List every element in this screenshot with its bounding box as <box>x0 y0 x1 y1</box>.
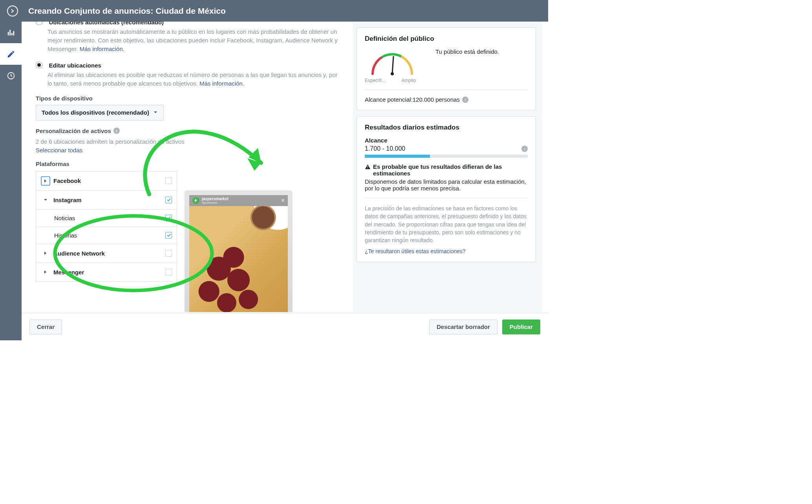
platform-label: Facebook <box>53 177 165 184</box>
platform-sub-label: Noticias <box>54 215 165 221</box>
info-icon[interactable]: i <box>113 128 120 134</box>
checkbox[interactable] <box>165 269 172 276</box>
option-edit-placements[interactable]: Editar ubicaciones Al eliminar las ubica… <box>36 61 343 88</box>
potential-reach-prefix: Alcance potencial: <box>365 96 413 103</box>
nav-item-campaign[interactable] <box>0 22 22 43</box>
potential-reach-value: 120.000 personas <box>413 96 460 103</box>
audience-title: Definición del público <box>365 35 528 43</box>
expand-icon[interactable] <box>41 267 50 277</box>
platform-sub-label: Historias <box>54 232 165 239</box>
platform-label: Instagram <box>53 197 165 203</box>
collapse-icon[interactable] <box>7 5 18 16</box>
results-warning-title: Es probable que tus resultados difieran … <box>373 163 528 177</box>
reach-bar <box>365 155 528 158</box>
svg-point-3 <box>391 72 394 75</box>
gauge: Específi… Amplio <box>365 48 420 83</box>
results-title: Resultados diarios estimados <box>365 124 528 131</box>
nav-item-adset[interactable] <box>0 43 22 65</box>
checkbox[interactable] <box>165 197 172 203</box>
svg-rect-4 <box>368 166 368 168</box>
close-icon[interactable]: × <box>281 197 285 204</box>
story-header: jaspersmarket Sponsored × <box>189 195 288 206</box>
asset-customization-label-text: Personalización de activos <box>36 128 111 134</box>
audience-definition-card: Definición del público Específi… Amplio <box>357 27 536 110</box>
pencil-icon <box>7 50 15 58</box>
select-all-link[interactable]: Seleccionar todas <box>36 147 343 153</box>
device-type-value: Todos los dispositivos (recomendado) <box>42 109 149 116</box>
audience-status: Tu público está definido. <box>420 48 528 55</box>
collapse-icon[interactable] <box>41 195 50 205</box>
preview-account-name: jaspersmarket <box>202 197 229 201</box>
learn-more-link[interactable]: Más información. <box>80 46 124 52</box>
page-title: Creando Conjunto de anuncios: Ciudad de … <box>28 6 226 16</box>
checkbox[interactable] <box>165 232 172 239</box>
preview-account: jaspersmarket Sponsored <box>202 197 229 205</box>
option-edit-desc-text: Al eliminar las ubicaciones es posible q… <box>48 71 338 87</box>
platform-label: Audience Network <box>53 250 165 257</box>
right-column: Definición del público Específi… Amplio <box>353 22 542 312</box>
asset-customization-desc: 2 de 6 ubicaciones admiten la personaliz… <box>36 137 343 146</box>
checkbox[interactable] <box>165 177 172 184</box>
reach-range-value: 1.700 - 10.000 <box>365 145 405 152</box>
bar-chart-icon <box>7 28 15 37</box>
option-auto-desc: Tus anuncios se mostrarán automáticament… <box>48 27 343 53</box>
option-edit-desc: Al eliminar las ubicaciones es posible q… <box>48 71 343 88</box>
platforms-table: Facebook Instagram Noticias Historias Au… <box>36 171 177 282</box>
daily-results-card: Resultados diarios estimados Alcance 1.7… <box>357 116 536 262</box>
results-warning-desc: Disponemos de datos limitados para calcu… <box>365 178 528 192</box>
gauge-label-specific: Específi… <box>365 78 386 83</box>
publish-button[interactable]: Publicar <box>502 320 540 334</box>
device-type-label: Tipos de dispositivo <box>36 95 343 102</box>
potential-reach: Alcance potencial: 120.000 personas i <box>365 96 528 103</box>
reach-label: Alcance <box>365 137 528 144</box>
checkbox[interactable] <box>165 250 172 257</box>
results-precision-note: La precisión de las estimaciones se basa… <box>365 205 528 244</box>
results-warning: Es probable que tus resultados difieran … <box>365 163 528 177</box>
radio-icon <box>36 22 42 25</box>
close-button[interactable]: Cerrar <box>29 320 62 334</box>
caret-down-icon <box>153 109 158 116</box>
asset-customization-label: Personalización de activos i <box>36 128 343 134</box>
radio-icon <box>36 62 42 68</box>
platform-label: Messenger <box>53 269 165 276</box>
reach-range: 1.700 - 10.000 i <box>365 145 528 152</box>
gauge-icon <box>367 48 418 78</box>
header-bar: Creando Conjunto de anuncios: Ciudad de … <box>0 0 548 22</box>
preview-sponsored-label: Sponsored <box>202 201 229 205</box>
platform-row-facebook[interactable]: Facebook <box>36 172 177 190</box>
option-auto-title: Ubicaciones automáticas (recomendado) <box>49 22 164 26</box>
footer: Cerrar Descartar borrador Publicar <box>22 313 548 340</box>
info-icon[interactable]: i <box>462 97 468 103</box>
nav-item-history[interactable] <box>0 65 22 86</box>
feedback-link[interactable]: ¿Te resultaron útiles estas estimaciones… <box>365 248 466 254</box>
platform-row-instagram-stories[interactable]: Historias <box>36 226 177 244</box>
gauge-label-broad: Amplio <box>401 78 416 83</box>
platform-row-messenger[interactable]: Messenger <box>36 263 177 281</box>
ad-preview: jaspersmarket Sponsored × <box>185 190 294 312</box>
clock-icon <box>7 71 15 80</box>
phone-frame: jaspersmarket Sponsored × <box>185 190 293 312</box>
svg-rect-5 <box>368 168 368 169</box>
platform-row-audience-network[interactable]: Audience Network <box>36 244 177 263</box>
option-edit-title: Editar ubicaciones <box>49 62 101 69</box>
device-type-select[interactable]: Todos los dispositivos (recomendado) <box>36 105 164 121</box>
platform-row-instagram-feed[interactable]: Noticias <box>36 209 177 226</box>
platform-row-instagram[interactable]: Instagram <box>36 190 177 209</box>
avatar-icon <box>192 197 199 204</box>
expand-icon[interactable] <box>41 248 50 258</box>
option-auto-placements[interactable]: Ubicaciones automáticas (recomendado) Tu… <box>36 22 343 53</box>
expand-icon[interactable] <box>41 176 50 186</box>
checkbox[interactable] <box>165 215 172 221</box>
main-column: Ubicaciones automáticas (recomendado) Tu… <box>22 22 353 312</box>
left-nav <box>0 22 22 340</box>
preview-image <box>189 206 288 312</box>
info-icon[interactable]: i <box>521 146 528 152</box>
platforms-label: Plataformas <box>36 161 343 167</box>
warning-icon <box>365 164 371 171</box>
svg-line-2 <box>392 56 393 74</box>
learn-more-link[interactable]: Más información. <box>199 80 244 87</box>
discard-button[interactable]: Descartar borrador <box>429 320 497 334</box>
